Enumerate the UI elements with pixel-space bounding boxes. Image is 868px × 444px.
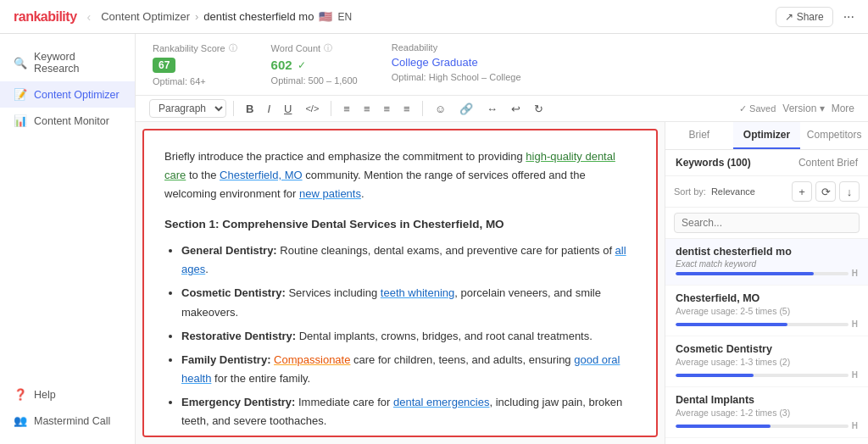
redo-button[interactable]: ↻ bbox=[529, 100, 548, 118]
keyword-usage: Average usage: 1-3 times (2) bbox=[676, 357, 858, 367]
sidebar-item-keyword-research[interactable]: 🔍Keyword Research bbox=[0, 44, 135, 81]
align-button[interactable]: ≡ bbox=[338, 100, 355, 118]
content-editor[interactable]: Briefly introduce the practice and empha… bbox=[142, 129, 658, 437]
list-item: Family Dentistry: Compassionate care for… bbox=[181, 351, 636, 388]
version-button[interactable]: Version ▾ bbox=[782, 103, 824, 114]
word-count-info-icon[interactable]: ⓘ bbox=[324, 42, 332, 54]
word-count-check-icon: ✓ bbox=[298, 59, 306, 71]
sidebar-item-mastermind[interactable]: 👥Mastermind Call bbox=[0, 408, 135, 434]
rankability-badge: 67 bbox=[153, 58, 175, 73]
list-item: Restorative Dentistry: Dental implants, … bbox=[181, 327, 636, 346]
keyword-bar-fill bbox=[676, 272, 814, 275]
undo-button[interactable]: ↩ bbox=[506, 100, 526, 118]
keyword-name: dentist chesterfield mo bbox=[676, 246, 858, 258]
sort-value[interactable]: Relevance bbox=[711, 186, 755, 197]
keyword-h-label: H bbox=[852, 269, 858, 278]
section1-list: General Dentistry: Routine cleanings, de… bbox=[181, 241, 636, 430]
list-item: Cosmetic Dentistry: Services including t… bbox=[181, 284, 636, 321]
keyword-item[interactable]: Teeth Whitening Average usage: 1-2 times… bbox=[665, 438, 868, 444]
sidebar-item-content-monitor[interactable]: 📊Content Monitor bbox=[0, 108, 135, 134]
sidebar-item-content-optimizer[interactable]: 📝Content Optimizer bbox=[0, 81, 135, 108]
keyword-bar-fill bbox=[676, 323, 787, 326]
help-icon: ❓ bbox=[14, 388, 27, 401]
section1-heading: Section 1: Comprehensive Dental Services… bbox=[164, 215, 636, 235]
keyword-h-label: H bbox=[852, 319, 858, 329]
rankability-info-icon[interactable]: ⓘ bbox=[229, 42, 237, 54]
readability-metric: Readability College Graduate Optimal: Hi… bbox=[392, 42, 521, 82]
keyword-usage: Average usage: 1-2 times (3) bbox=[676, 408, 858, 418]
toolbar-sep-1 bbox=[233, 101, 234, 116]
intro-paragraph: Briefly introduce the practice and empha… bbox=[164, 147, 636, 203]
tab-brief[interactable]: Brief bbox=[665, 122, 733, 149]
sidebar-toggle-icon[interactable]: ‹ bbox=[87, 10, 92, 24]
link-button[interactable]: 🔗 bbox=[454, 100, 478, 118]
keyword-bar-row: H bbox=[676, 421, 858, 430]
toolbar-sep-2 bbox=[331, 101, 331, 116]
header-actions: ↗ Share ··· bbox=[776, 7, 854, 27]
highlight-chesterfield: Chesterfield, MO bbox=[220, 169, 303, 181]
highlight-new-patients: new patients bbox=[299, 187, 361, 200]
toolbar-sep-3 bbox=[422, 101, 423, 116]
keyword-h-label: H bbox=[852, 370, 858, 380]
keyword-bar-bg bbox=[676, 272, 849, 275]
tab-optimizer[interactable]: Optimizer bbox=[733, 122, 801, 149]
italic-button[interactable]: I bbox=[262, 100, 275, 118]
sort-bar: Sort by: Relevance + ⟳ ↓ bbox=[665, 176, 868, 208]
keywords-header: Keywords (100) Content Brief bbox=[665, 150, 868, 176]
metrics-bar: Rankability Score ⓘ 67 Optimal: 64+ Word… bbox=[136, 34, 868, 96]
sidebar: 🔍Keyword Research📝Content Optimizer📊Cont… bbox=[0, 34, 136, 444]
rankability-sub: Optimal: 64+ bbox=[153, 76, 237, 86]
readability-sub: Optimal: High School – College bbox=[392, 72, 521, 82]
breadcrumb-parent[interactable]: Content Optimizer bbox=[101, 10, 190, 23]
keyword-item[interactable]: Cosmetic Dentistry Average usage: 1-3 ti… bbox=[665, 336, 868, 387]
app-header: rankability ‹ Content Optimizer › dentis… bbox=[0, 0, 868, 34]
share-label: Share bbox=[797, 11, 824, 23]
underline-button[interactable]: U bbox=[279, 100, 297, 118]
keyword-h-label: H bbox=[852, 421, 858, 430]
keyword-item[interactable]: Dental Implants Average usage: 1-2 times… bbox=[665, 387, 868, 438]
main-layout: 🔍Keyword Research📝Content Optimizer📊Cont… bbox=[0, 34, 868, 444]
keyword-bar-fill bbox=[676, 374, 754, 377]
share-button[interactable]: ↗ Share bbox=[776, 7, 833, 27]
toolbar-right: ✓ Saved Version ▾ More bbox=[739, 103, 854, 114]
horizontal-rule-button[interactable]: ↔ bbox=[481, 100, 503, 118]
keyword-bar-fill bbox=[676, 425, 771, 428]
code-button[interactable]: </> bbox=[300, 101, 324, 116]
editor-area: Briefly introduce the practice and empha… bbox=[136, 122, 868, 444]
bold-button[interactable]: B bbox=[241, 100, 259, 118]
more-button[interactable]: More bbox=[832, 103, 854, 114]
content-brief-link[interactable]: Content Brief bbox=[798, 157, 858, 169]
keyword-search-input[interactable] bbox=[674, 213, 860, 233]
keyword-research-icon: 🔍 bbox=[14, 57, 27, 69]
sidebar-label: Content Monitor bbox=[34, 115, 109, 127]
right-panel: Brief Optimizer Competitors Keywords (10… bbox=[665, 122, 868, 444]
more-button[interactable]: ··· bbox=[843, 9, 854, 25]
keyword-bar-bg bbox=[676, 425, 849, 428]
emoji-button[interactable]: ☺ bbox=[430, 100, 451, 118]
keyword-bar-bg bbox=[676, 374, 849, 377]
sort-actions: + ⟳ ↓ bbox=[792, 181, 860, 202]
tab-competitors[interactable]: Competitors bbox=[800, 122, 868, 149]
refresh-button[interactable]: ⟳ bbox=[815, 181, 836, 202]
breadcrumb-sep: › bbox=[195, 10, 198, 23]
share-icon: ↗ bbox=[785, 11, 793, 23]
logo-ability: ability bbox=[41, 9, 77, 24]
keyword-item[interactable]: Chesterfield, MO Average usage: 2-5 time… bbox=[665, 286, 868, 336]
word-count-metric: Word Count ⓘ 602 ✓ Optimal: 500 – 1,600 bbox=[271, 42, 358, 86]
indent-button[interactable]: ≡ bbox=[398, 100, 415, 118]
sidebar-item-help[interactable]: ❓Help bbox=[0, 381, 135, 408]
keyword-item[interactable]: dentist chesterfield mo Exact match keyw… bbox=[665, 239, 868, 286]
add-keyword-button[interactable]: + bbox=[792, 181, 812, 202]
flag-icon: 🇺🇸 bbox=[319, 10, 332, 23]
paragraph-select[interactable]: Paragraph bbox=[149, 99, 226, 118]
keyword-name: Dental Implants bbox=[676, 394, 858, 406]
ordered-list-button[interactable]: ≡ bbox=[379, 100, 396, 118]
keyword-name: Chesterfield, MO bbox=[676, 292, 858, 304]
download-button[interactable]: ↓ bbox=[839, 181, 860, 202]
list-button[interactable]: ≡ bbox=[359, 100, 376, 118]
sidebar-label: Help bbox=[34, 389, 56, 401]
content-monitor-icon: 📊 bbox=[14, 114, 27, 127]
breadcrumb: Content Optimizer › dentist chesterfield… bbox=[101, 10, 352, 23]
mastermind-icon: 👥 bbox=[14, 414, 27, 427]
exact-match-label: Exact match keyword bbox=[676, 259, 858, 269]
